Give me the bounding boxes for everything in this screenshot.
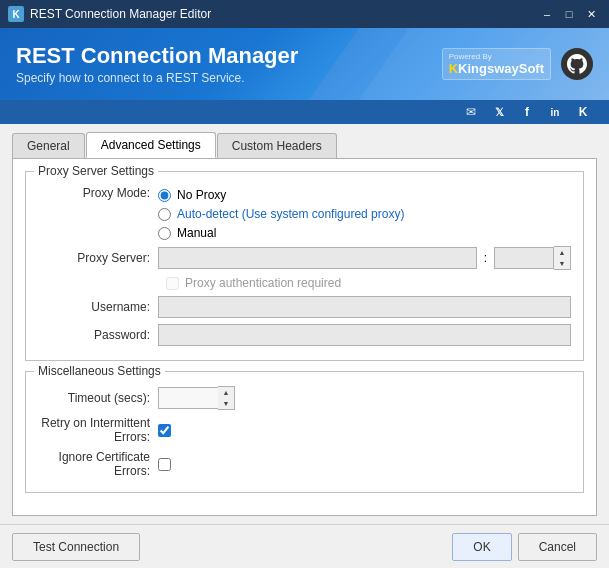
social-bar: ✉ 𝕏 f in K (0, 100, 609, 124)
password-input-area (158, 324, 571, 346)
close-button[interactable]: ✕ (581, 5, 601, 23)
proxy-mode-options: No Proxy Auto-detect (Use system configu… (158, 186, 571, 240)
powered-by-label: Powered By (449, 52, 544, 62)
radio-auto-detect-label: Auto-detect (Use system configured proxy… (177, 207, 404, 221)
timeout-up-button[interactable]: ▲ (218, 387, 234, 398)
timeout-row: Timeout (secs): 120 ▲ ▼ (38, 386, 571, 410)
username-input-area (158, 296, 571, 318)
timeout-spinner: 120 ▲ ▼ (158, 386, 235, 410)
radio-auto-detect-input[interactable] (158, 208, 171, 221)
brand-name: KKingswaySoft (449, 61, 544, 76)
auth-row: Proxy authentication required (166, 276, 571, 290)
tab-advanced[interactable]: Advanced Settings (86, 132, 216, 158)
proxy-section-title: Proxy Server Settings (34, 164, 158, 178)
tab-bar: General Advanced Settings Custom Headers (12, 132, 597, 158)
tab-content-advanced: Proxy Server Settings Proxy Mode: No Pro… (12, 158, 597, 516)
proxy-mode-row: Proxy Mode: No Proxy Auto-detect (Use sy… (38, 186, 571, 240)
button-bar: Test Connection OK Cancel (0, 524, 609, 568)
proxy-mode-label: Proxy Mode: (38, 186, 158, 200)
retry-row: Retry on Intermittent Errors: (38, 416, 571, 444)
misc-section: Miscellaneous Settings Timeout (secs): 1… (25, 371, 584, 493)
header-right: Powered By KKingswaySoft (442, 48, 593, 81)
port-down-button[interactable]: ▼ (554, 258, 570, 269)
password-input[interactable] (158, 324, 571, 346)
proxy-server-label: Proxy Server: (38, 251, 158, 265)
port-input[interactable]: 0 (494, 247, 554, 269)
ignore-cert-control (158, 458, 571, 471)
auth-label: Proxy authentication required (185, 276, 341, 290)
proxy-section: Proxy Server Settings Proxy Mode: No Pro… (25, 171, 584, 361)
maximize-button[interactable]: □ (559, 5, 579, 23)
radio-no-proxy-input[interactable] (158, 189, 171, 202)
app-icon: K (8, 6, 24, 22)
k-icon[interactable]: K (573, 103, 593, 121)
email-icon[interactable]: ✉ (461, 103, 481, 121)
retry-checkbox[interactable] (158, 424, 171, 437)
github-icon[interactable] (561, 48, 593, 80)
port-spinner-buttons: ▲ ▼ (554, 246, 571, 270)
ignore-cert-row: Ignore Certificate Errors: (38, 450, 571, 478)
header-title: REST Connection Manager (16, 43, 298, 69)
ignore-cert-checkbox[interactable] (158, 458, 171, 471)
minimize-button[interactable]: – (537, 5, 557, 23)
header-subtitle: Specify how to connect to a REST Service… (16, 71, 298, 85)
timeout-input[interactable]: 120 (158, 387, 218, 409)
misc-section-title: Miscellaneous Settings (34, 364, 165, 378)
colon-separator: : (481, 251, 490, 265)
k-char: K (449, 61, 458, 76)
test-connection-button[interactable]: Test Connection (12, 533, 140, 561)
timeout-label: Timeout (secs): (38, 391, 158, 405)
ok-cancel-buttons: OK Cancel (452, 533, 597, 561)
radio-auto-detect[interactable]: Auto-detect (Use system configured proxy… (158, 207, 404, 221)
radio-no-proxy[interactable]: No Proxy (158, 188, 404, 202)
proxy-radio-group: No Proxy Auto-detect (Use system configu… (158, 186, 404, 240)
proxy-server-inputs: : 0 ▲ ▼ (158, 246, 571, 270)
timeout-spinner-buttons: ▲ ▼ (218, 386, 235, 410)
ignore-cert-label: Ignore Certificate Errors: (38, 450, 158, 478)
ok-button[interactable]: OK (452, 533, 511, 561)
radio-manual-input[interactable] (158, 227, 171, 240)
facebook-icon[interactable]: f (517, 103, 537, 121)
port-spinner: 0 ▲ ▼ (494, 246, 571, 270)
auth-checkbox[interactable] (166, 277, 179, 290)
cancel-button[interactable]: Cancel (518, 533, 597, 561)
title-bar: K REST Connection Manager Editor – □ ✕ (0, 0, 609, 28)
linkedin-icon[interactable]: in (545, 103, 565, 121)
password-row: Password: (38, 324, 571, 346)
twitter-icon[interactable]: 𝕏 (489, 103, 509, 121)
ks-logo: Powered By KKingswaySoft (442, 48, 551, 81)
port-up-button[interactable]: ▲ (554, 247, 570, 258)
proxy-server-input[interactable] (158, 247, 477, 269)
radio-manual[interactable]: Manual (158, 226, 404, 240)
radio-no-proxy-label: No Proxy (177, 188, 226, 202)
retry-label: Retry on Intermittent Errors: (38, 416, 158, 444)
tab-general[interactable]: General (12, 133, 85, 158)
tab-custom-headers[interactable]: Custom Headers (217, 133, 337, 158)
proxy-server-row: Proxy Server: : 0 ▲ ▼ (38, 246, 571, 270)
title-bar-label: REST Connection Manager Editor (30, 7, 211, 21)
main-content: General Advanced Settings Custom Headers… (0, 124, 609, 524)
header-text-area: REST Connection Manager Specify how to c… (16, 43, 298, 85)
username-input[interactable] (158, 296, 571, 318)
username-label: Username: (38, 300, 158, 314)
retry-control (158, 424, 571, 437)
timeout-control: 120 ▲ ▼ (158, 386, 571, 410)
timeout-down-button[interactable]: ▼ (218, 398, 234, 409)
username-row: Username: (38, 296, 571, 318)
password-label: Password: (38, 328, 158, 342)
window-controls: – □ ✕ (537, 5, 601, 23)
header-banner: REST Connection Manager Specify how to c… (0, 28, 609, 100)
radio-manual-label: Manual (177, 226, 216, 240)
